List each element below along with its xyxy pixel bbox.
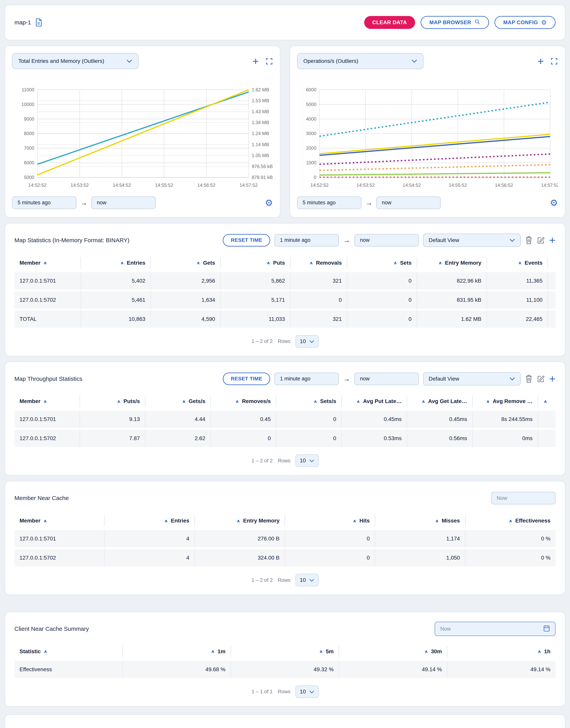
- document-icon[interactable]: [35, 18, 42, 26]
- rows-per-page-label: Rows: [278, 689, 290, 695]
- add-chart-icon[interactable]: +: [537, 56, 544, 67]
- time-to-input[interactable]: now: [354, 373, 419, 385]
- now-datetime-input[interactable]: Now: [435, 621, 556, 636]
- column-header-misses[interactable]: ∧Misses: [375, 515, 465, 527]
- table-cell: 0.45ms: [407, 411, 473, 428]
- column-header-gets[interactable]: ∧Gets: [151, 257, 221, 269]
- column-header-entries[interactable]: ∧Entries: [81, 257, 151, 269]
- table-cell: 324.00 B: [195, 549, 285, 566]
- now-input[interactable]: Now: [491, 492, 556, 504]
- client-near-cache-summary-table: Statistic∧∧1m∧5m∧30m∧1hEffectiveness49.6…: [14, 646, 556, 678]
- column-header-puts[interactable]: ∧Puts: [221, 257, 290, 269]
- pagination: 1 – 2 of 2 Rows 10: [14, 449, 556, 471]
- series-teal-dashed: [319, 102, 550, 136]
- pagination: 1 – 1 of 1 Rows 10: [14, 680, 556, 702]
- add-view-icon[interactable]: +: [549, 373, 556, 384]
- edit-view-icon[interactable]: [537, 375, 545, 383]
- fullscreen-icon[interactable]: [266, 57, 273, 65]
- column-header-events[interactable]: ∧Events: [487, 257, 548, 269]
- card-member-near-cache: Member Near Cache Now Member∧∧Entries∧En…: [5, 481, 565, 595]
- sort-caret-icon: ∧: [43, 649, 47, 654]
- delete-view-icon[interactable]: [525, 375, 533, 383]
- column-header-member[interactable]: Member∧: [14, 257, 81, 269]
- column-header-30m[interactable]: ∧30m: [339, 646, 447, 657]
- column-header-entry-memory[interactable]: ∧Entry Memory: [195, 515, 285, 527]
- column-header-label: Hits: [359, 518, 370, 524]
- rows-per-page-label: Rows: [278, 338, 290, 344]
- column-header-label: Gets: [203, 260, 215, 266]
- table-cell: 8s 244.55ms: [473, 411, 538, 428]
- svg-text:14:54:52: 14:54:52: [113, 182, 131, 188]
- column-header-avg-put-late-[interactable]: ∧Avg Put Late…: [342, 395, 407, 407]
- view-select[interactable]: Default View: [423, 234, 521, 247]
- add-view-icon[interactable]: +: [549, 235, 556, 246]
- map-browser-button[interactable]: MAP BROWSER: [420, 16, 489, 29]
- add-view-icon[interactable]: +: [549, 726, 556, 728]
- rows-per-page-select[interactable]: 10: [296, 686, 319, 698]
- column-header-label: Sets/s: [320, 398, 336, 404]
- time-from-input[interactable]: 1 minute ago: [274, 373, 339, 385]
- card-map-statistics: Map Statistics (In-Memory Format: BINARY…: [5, 223, 565, 356]
- rows-per-page-value: 10: [300, 689, 306, 695]
- column-header-avg-remove-[interactable]: ∧Avg Remove …: [473, 395, 538, 407]
- chart-settings-gear-icon[interactable]: ⚙: [265, 198, 273, 207]
- chart-metric-select[interactable]: Operations/s (Outliers): [297, 53, 423, 69]
- svg-text:1000: 1000: [306, 160, 316, 165]
- time-from-input[interactable]: 5 minutes ago: [297, 197, 361, 209]
- clear-data-button[interactable]: CLEAR DATA: [364, 16, 415, 29]
- column-header-entries[interactable]: ∧Entries: [104, 515, 195, 527]
- fullscreen-icon[interactable]: [551, 57, 558, 65]
- map-config-label: MAP CONFIG: [503, 19, 538, 26]
- time-to-input[interactable]: now: [91, 197, 156, 209]
- time-to-input[interactable]: now: [354, 234, 419, 246]
- sort-caret-icon: ∧: [309, 260, 313, 265]
- column-header-5m[interactable]: ∧5m: [231, 646, 339, 657]
- column-header-1h[interactable]: ∧1h: [447, 646, 556, 657]
- rows-per-page-select[interactable]: 10: [296, 335, 319, 348]
- column-header-1m[interactable]: ∧1m: [123, 646, 231, 657]
- svg-text:0: 0: [314, 175, 316, 180]
- edit-view-icon[interactable]: [537, 236, 545, 244]
- column-header-puts-s[interactable]: ∧Puts/s: [80, 395, 146, 407]
- time-to-input[interactable]: now: [376, 197, 441, 209]
- sort-caret-icon: ∧: [196, 260, 200, 265]
- chart-settings-gear-icon[interactable]: ⚙: [550, 198, 558, 207]
- column-header-removes-s[interactable]: ∧Removes/s: [211, 395, 276, 407]
- column-header-hits[interactable]: ∧Hits: [285, 515, 375, 527]
- svg-text:14:54:52: 14:54:52: [402, 182, 421, 188]
- svg-text:14:52:52: 14:52:52: [28, 182, 46, 188]
- column-header-label: Removals: [316, 260, 342, 266]
- reset-time-button[interactable]: RESET TIME: [223, 234, 270, 246]
- map-config-button[interactable]: MAP CONFIG ⚙: [495, 16, 556, 29]
- chart-metric-select[interactable]: Total Entries and Memory (Outliers): [12, 53, 138, 69]
- column-header-removals[interactable]: ∧Removals: [290, 257, 347, 269]
- table-header-row: Member∧∧Entries∧Gets∧Puts∧Removals∧Sets∧…: [14, 257, 556, 269]
- chart-panel-operations: Operations/s (Outliers) + 14:52:5214:53:…: [290, 46, 565, 218]
- time-from-input[interactable]: 5 minutes ago: [12, 197, 76, 209]
- column-header-gets-s[interactable]: ∧Gets/s: [145, 395, 211, 407]
- svg-text:14:57:52: 14:57:52: [240, 182, 258, 188]
- column-header-avg-get-late-[interactable]: ∧Avg Get Late…: [407, 395, 473, 407]
- column-header-sets[interactable]: ∧Sets: [347, 257, 417, 269]
- sort-caret-icon: ∧: [236, 518, 240, 523]
- table-cell: 0ms: [473, 430, 538, 447]
- time-from-input[interactable]: 1 minute ago: [274, 234, 339, 246]
- column-header-sets-s[interactable]: ∧Sets/s: [276, 395, 342, 407]
- delete-view-icon[interactable]: [525, 236, 533, 244]
- column-header-effectiveness[interactable]: ∧Effectiveness: [466, 515, 556, 527]
- view-select[interactable]: Default View: [423, 372, 521, 385]
- reset-time-button[interactable]: RESET TIME: [223, 373, 270, 385]
- column-header-member[interactable]: Member∧: [14, 395, 80, 407]
- member-near-cache-table: Member∧∧Entries∧Entry Memory∧Hits∧Misses…: [14, 515, 556, 566]
- column-header-member[interactable]: Member∧: [14, 515, 104, 527]
- sort-caret-icon: ∧: [544, 399, 547, 404]
- rows-per-page-value: 10: [300, 338, 306, 345]
- column-header-entry-memory[interactable]: ∧Entry Memory: [417, 257, 487, 269]
- table-header-row: Statistic∧∧1m∧5m∧30m∧1h: [14, 646, 556, 657]
- pagination-range: 1 – 2 of 2: [251, 577, 273, 583]
- rows-per-page-select[interactable]: 10: [296, 574, 319, 586]
- section-title: Member Near Cache: [14, 495, 69, 501]
- rows-per-page-select[interactable]: 10: [296, 454, 319, 467]
- add-chart-icon[interactable]: +: [252, 56, 259, 67]
- column-header-statistic[interactable]: Statistic∧: [14, 646, 123, 657]
